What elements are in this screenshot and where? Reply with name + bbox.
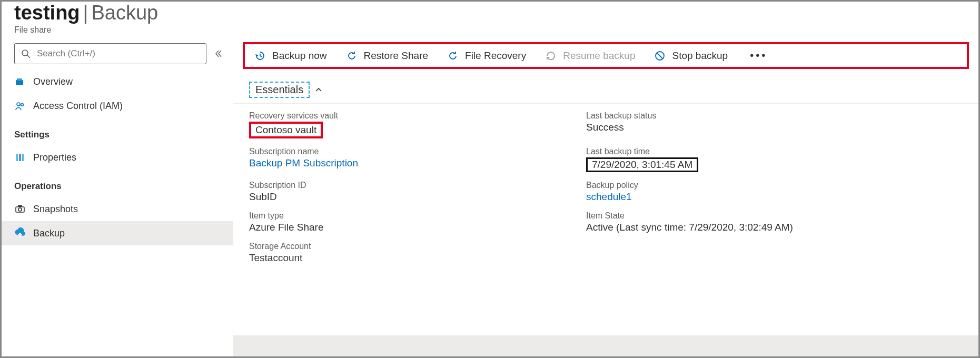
ess-label: Recovery services vault bbox=[249, 111, 576, 121]
stop-backup-button[interactable]: Stop backup bbox=[654, 50, 728, 62]
subscription-link[interactable]: Backup PM Subscription bbox=[249, 157, 576, 169]
backup-policy-link[interactable]: schedule1 bbox=[586, 191, 963, 203]
sidebar-collapse-button[interactable] bbox=[214, 49, 223, 58]
svg-rect-2 bbox=[16, 80, 23, 85]
toolbar: Backup now Restore Share File Recovery bbox=[243, 42, 969, 69]
toolbar-label: Backup now bbox=[272, 50, 327, 62]
ess-label: Item State bbox=[586, 211, 963, 221]
ess-last-backup-time: Last backup time 7/29/2020, 3:01:45 AM bbox=[586, 147, 963, 172]
svg-rect-11 bbox=[18, 205, 22, 207]
ess-label: Last backup status bbox=[586, 111, 963, 121]
ess-subscription-name: Subscription name Backup PM Subscription bbox=[249, 147, 576, 172]
main-content: Backup now Restore Share File Recovery bbox=[233, 38, 978, 356]
svg-point-10 bbox=[18, 208, 22, 211]
ess-value: Success bbox=[586, 122, 963, 133]
ess-item-state: Item State Active (Last sync time: 7/29/… bbox=[586, 211, 963, 233]
essentials-toggle[interactable]: Essentials bbox=[233, 73, 978, 104]
chevron-up-icon bbox=[315, 86, 322, 94]
svg-rect-8 bbox=[22, 154, 24, 161]
backup-now-icon bbox=[254, 50, 266, 62]
sidebar-item-backup[interactable]: Backup bbox=[2, 221, 233, 245]
backup-now-button[interactable]: Backup now bbox=[254, 50, 327, 62]
ess-storage-account: Storage Account Testaccount bbox=[249, 242, 576, 264]
page-title-main: testing bbox=[14, 2, 80, 24]
svg-rect-7 bbox=[19, 154, 21, 161]
ess-recovery-vault: Recovery services vault Contoso vault bbox=[249, 111, 576, 138]
svg-line-15 bbox=[657, 53, 663, 58]
search-input[interactable] bbox=[37, 48, 201, 59]
ess-last-backup-status: Last backup status Success bbox=[586, 111, 963, 138]
ess-label: Item type bbox=[249, 211, 576, 221]
svg-point-5 bbox=[21, 104, 24, 106]
ess-value-recovery-vault: Contoso vault bbox=[249, 122, 323, 138]
backup-icon bbox=[14, 227, 26, 239]
sidebar-item-snapshots[interactable]: Snapshots bbox=[2, 197, 233, 221]
page-subtitle: File share bbox=[14, 25, 978, 35]
ess-value: SubID bbox=[249, 191, 576, 203]
toolbar-label: Resume backup bbox=[563, 50, 635, 62]
sidebar-section-operations: Operations bbox=[2, 170, 233, 197]
essentials-heading: Essentials bbox=[249, 82, 310, 98]
ess-label: Storage Account bbox=[249, 242, 576, 251]
resume-backup-button: Resume backup bbox=[545, 50, 635, 62]
toolbar-label: Restore Share bbox=[364, 50, 429, 62]
ess-value: Testaccount bbox=[249, 252, 576, 264]
sidebar-section-settings: Settings bbox=[2, 118, 233, 145]
sidebar-item-properties[interactable]: Properties bbox=[2, 145, 233, 170]
svg-point-0 bbox=[22, 50, 28, 56]
stop-icon bbox=[654, 50, 666, 62]
search-icon bbox=[20, 48, 32, 59]
ess-label: Backup policy bbox=[586, 181, 963, 190]
svg-rect-3 bbox=[17, 78, 22, 81]
svg-line-13 bbox=[260, 56, 262, 57]
people-icon bbox=[14, 100, 26, 112]
toolbar-label: File Recovery bbox=[465, 50, 526, 62]
properties-icon bbox=[14, 152, 26, 163]
search-box[interactable] bbox=[14, 43, 206, 64]
restore-icon bbox=[346, 50, 358, 62]
sidebar: Overview Access Control (IAM) Settings P… bbox=[2, 38, 233, 356]
svg-point-4 bbox=[17, 103, 20, 106]
ess-value: Active (Last sync time: 7/29/2020, 3:02:… bbox=[586, 222, 963, 233]
sidebar-item-access-control[interactable]: Access Control (IAM) bbox=[2, 94, 233, 118]
svg-rect-6 bbox=[16, 154, 18, 161]
ess-label: Subscription name bbox=[249, 147, 576, 156]
page-header: testing | Backup File share bbox=[2, 2, 978, 38]
page-title-sub: Backup bbox=[91, 2, 158, 24]
svg-line-1 bbox=[27, 55, 30, 58]
footer-bar bbox=[233, 335, 978, 356]
ess-subscription-id: Subscription ID SubID bbox=[249, 181, 576, 203]
page-title-sep: | bbox=[83, 2, 88, 24]
toolbar-more-button[interactable]: ••• bbox=[747, 49, 770, 62]
sidebar-item-label: Backup bbox=[33, 228, 65, 239]
sidebar-item-label: Overview bbox=[33, 76, 73, 87]
ess-value-last-backup-time: 7/29/2020, 3:01:45 AM bbox=[586, 157, 698, 172]
toolbar-label: Stop backup bbox=[672, 50, 728, 62]
essentials-panel: Recovery services vault Contoso vault La… bbox=[233, 104, 978, 270]
resume-icon bbox=[545, 50, 557, 62]
sidebar-item-label: Snapshots bbox=[33, 204, 78, 215]
file-recovery-button[interactable]: File Recovery bbox=[447, 50, 526, 62]
sidebar-item-label: Properties bbox=[33, 152, 76, 163]
restore-share-button[interactable]: Restore Share bbox=[346, 50, 429, 62]
overview-icon bbox=[14, 76, 26, 87]
snapshot-icon bbox=[14, 203, 26, 215]
ess-label: Last backup time bbox=[586, 147, 963, 156]
ess-value: Azure File Share bbox=[249, 222, 576, 233]
sidebar-item-label: Access Control (IAM) bbox=[33, 101, 123, 112]
ess-item-type: Item type Azure File Share bbox=[249, 211, 576, 233]
ess-label: Subscription ID bbox=[249, 181, 576, 190]
ess-backup-policy: Backup policy schedule1 bbox=[586, 181, 963, 203]
file-recovery-icon bbox=[447, 50, 459, 62]
sidebar-item-overview[interactable]: Overview bbox=[2, 69, 233, 94]
